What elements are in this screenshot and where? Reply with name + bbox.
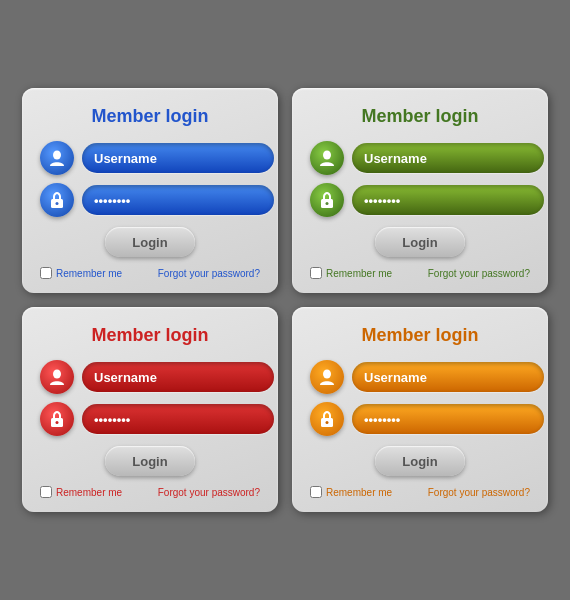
lock-icon-blue — [47, 190, 67, 210]
login-button-red[interactable]: Login — [105, 446, 195, 476]
forgot-password-link-red[interactable]: Forgot your password? — [158, 487, 260, 498]
password-input-red[interactable] — [82, 404, 274, 434]
user-icon-red — [47, 367, 67, 387]
lock-icon-red — [47, 409, 67, 429]
username-input-red[interactable] — [82, 362, 274, 392]
bottom-row-red: Remember me Forgot your password? — [40, 486, 260, 498]
password-row-orange — [310, 402, 530, 436]
username-row-red — [40, 360, 260, 394]
svg-point-6 — [53, 370, 61, 379]
user-icon-orange — [317, 367, 337, 387]
bottom-row-green: Remember me Forgot your password? — [310, 267, 530, 279]
panel-title-blue: Member login — [40, 106, 260, 127]
lock-icon-circle-blue — [40, 183, 74, 217]
svg-point-11 — [326, 421, 329, 424]
password-input-green[interactable] — [352, 185, 544, 215]
remember-me-group-orange: Remember me — [310, 486, 392, 498]
lock-icon-green — [317, 190, 337, 210]
user-icon-circle-blue — [40, 141, 74, 175]
remember-me-group-green: Remember me — [310, 267, 392, 279]
remember-checkbox-orange[interactable] — [310, 486, 322, 498]
login-panel-orange: Member login Login — [292, 307, 548, 512]
remember-me-group-red: Remember me — [40, 486, 122, 498]
username-input-blue[interactable] — [82, 143, 274, 173]
user-icon-circle-red — [40, 360, 74, 394]
password-input-blue[interactable] — [82, 185, 274, 215]
remember-label-red: Remember me — [56, 487, 122, 498]
user-icon-green — [317, 148, 337, 168]
user-icon-circle-green — [310, 141, 344, 175]
forgot-password-link-blue[interactable]: Forgot your password? — [158, 268, 260, 279]
svg-point-5 — [326, 202, 329, 205]
svg-point-8 — [56, 421, 59, 424]
forgot-password-link-orange[interactable]: Forgot your password? — [428, 487, 530, 498]
username-input-orange[interactable] — [352, 362, 544, 392]
password-row-red — [40, 402, 260, 436]
remember-checkbox-red[interactable] — [40, 486, 52, 498]
username-row-orange — [310, 360, 530, 394]
remember-checkbox-blue[interactable] — [40, 267, 52, 279]
user-icon-blue — [47, 148, 67, 168]
bottom-row-blue: Remember me Forgot your password? — [40, 267, 260, 279]
svg-point-0 — [53, 151, 61, 160]
forgot-password-link-green[interactable]: Forgot your password? — [428, 268, 530, 279]
remember-label-orange: Remember me — [326, 487, 392, 498]
remember-label-blue: Remember me — [56, 268, 122, 279]
login-panels-grid: Member login Login — [8, 74, 562, 526]
remember-checkbox-green[interactable] — [310, 267, 322, 279]
login-button-orange[interactable]: Login — [375, 446, 465, 476]
username-row-green — [310, 141, 530, 175]
bottom-row-orange: Remember me Forgot your password? — [310, 486, 530, 498]
user-icon-circle-orange — [310, 360, 344, 394]
panel-title-red: Member login — [40, 325, 260, 346]
svg-point-3 — [323, 151, 331, 160]
lock-icon-circle-green — [310, 183, 344, 217]
password-row-green — [310, 183, 530, 217]
login-button-blue[interactable]: Login — [105, 227, 195, 257]
login-panel-red: Member login Login — [22, 307, 278, 512]
username-input-green[interactable] — [352, 143, 544, 173]
username-row-blue — [40, 141, 260, 175]
lock-icon-circle-red — [40, 402, 74, 436]
remember-label-green: Remember me — [326, 268, 392, 279]
lock-icon-orange — [317, 409, 337, 429]
lock-icon-circle-orange — [310, 402, 344, 436]
login-button-green[interactable]: Login — [375, 227, 465, 257]
svg-point-2 — [56, 202, 59, 205]
svg-point-9 — [323, 370, 331, 379]
panel-title-green: Member login — [310, 106, 530, 127]
login-panel-green: Member login Login — [292, 88, 548, 293]
password-input-orange[interactable] — [352, 404, 544, 434]
panel-title-orange: Member login — [310, 325, 530, 346]
remember-me-group-blue: Remember me — [40, 267, 122, 279]
login-panel-blue: Member login Login — [22, 88, 278, 293]
password-row-blue — [40, 183, 260, 217]
